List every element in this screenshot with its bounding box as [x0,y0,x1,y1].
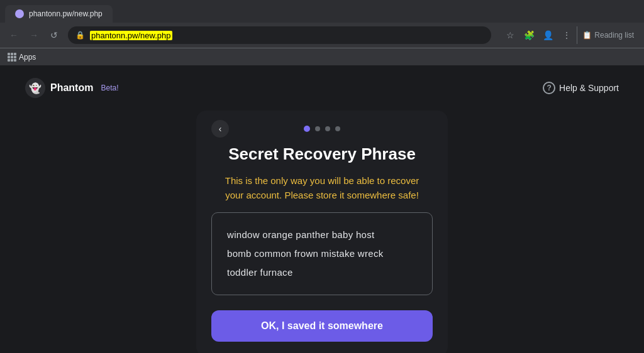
phantom-avatar: 👻 [25,78,45,98]
dot-3 [325,126,330,131]
bookmark-star-button[interactable]: ☆ [501,26,519,44]
tab-favicon [15,9,24,18]
reading-list-label: Reading list [594,31,634,40]
lock-icon: 🔒 [75,31,85,40]
phantom-name: Phantom [50,82,93,94]
tab-label: phantonn.pw/new.php [29,9,103,18]
profile-button[interactable]: 👤 [539,26,557,44]
tab-bar: phantonn.pw/new.php [0,0,644,23]
dot-2 [315,126,320,131]
apps-label: Apps [19,53,36,62]
apps-icon [8,53,16,62]
back-chevron-icon: ‹ [219,124,222,134]
browser-chrome: phantonn.pw/new.php ← → ↺ 🔒 phantonn.pw/… [0,0,644,65]
forward-button[interactable]: → [25,26,43,44]
phantom-logo: 👻 Phantom Beta! [25,78,118,98]
help-icon: ? [543,82,555,94]
recovery-phrase-card: ‹ Secret Recovery Phrase This is the onl… [196,111,448,353]
reading-list-icon: 📋 [582,31,592,40]
back-button[interactable]: ← [5,26,23,44]
reading-list-button[interactable]: 📋 Reading list [577,26,639,44]
dot-1 [304,126,310,132]
extensions-button[interactable]: 🧩 [520,26,538,44]
help-support-label: Help & Support [559,83,619,93]
step-dots [304,126,340,132]
url-text: phantonn.pw/new.php [90,31,172,40]
bookmarks-bar: Apps [0,48,644,65]
reload-button[interactable]: ↺ [45,26,63,44]
card-warning: This is the only way you will be able to… [225,174,419,202]
browser-tab[interactable]: phantonn.pw/new.php [5,5,113,23]
nav-bar: ← → ↺ 🔒 phantonn.pw/new.php ☆ 🧩 👤 ⋮ 📋 Re… [0,23,644,48]
seed-phrase-box: window orange panther baby host bomb com… [211,212,433,295]
menu-button[interactable]: ⋮ [558,26,575,44]
seed-phrase-text: window orange panther baby host bomb com… [227,225,417,282]
card-title: Secret Recovery Phrase [228,144,416,164]
address-bar[interactable]: 🔒 phantonn.pw/new.php [68,26,491,44]
ok-saved-button[interactable]: OK, I saved it somewhere [211,310,433,342]
phantom-beta-label: Beta! [101,84,118,92]
card-nav: ‹ [211,126,433,132]
card-back-button[interactable]: ‹ [211,120,229,138]
help-support-button[interactable]: ? Help & Support [543,82,619,94]
dot-4 [335,126,340,131]
nav-actions: ☆ 🧩 👤 ⋮ 📋 Reading list [501,26,639,44]
page-content: 👻 Phantom Beta! ? Help & Support ‹ Secre… [0,65,644,353]
apps-bookmark[interactable]: Apps [8,53,36,62]
page-header: 👻 Phantom Beta! ? Help & Support [0,65,644,111]
